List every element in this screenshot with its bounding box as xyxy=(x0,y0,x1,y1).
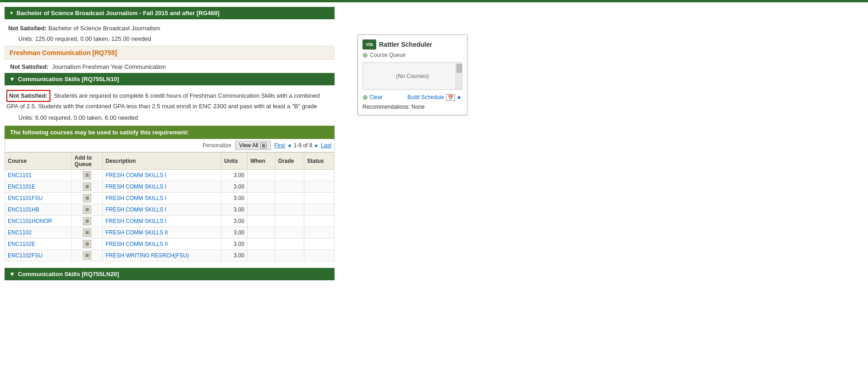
course-link[interactable]: ENC1101HONOR xyxy=(8,218,52,224)
cell-when xyxy=(247,227,275,239)
table-row: ENC1101HB ⊞ FRESH COMM SKILLS I 3.00 xyxy=(5,204,335,216)
cell-description: FRESH COMM SKILLS I xyxy=(103,216,221,227)
recommendations-value: None xyxy=(412,104,425,110)
cell-course: ENC1101FSU xyxy=(5,193,72,204)
view-all-button[interactable]: View All ⊞ xyxy=(235,141,271,150)
no-courses-text: (No Courses) xyxy=(396,73,429,79)
cell-description: FRESH COMM SKILLS I xyxy=(103,181,221,193)
recommendations-line: Recommendations: None xyxy=(363,104,462,110)
cell-course: ENC1101E xyxy=(5,181,72,193)
cell-units: 3.00 xyxy=(221,239,247,250)
cell-course: ENC1102FSU xyxy=(5,250,72,261)
last-button[interactable]: Last xyxy=(321,142,331,149)
recommendations-label: Recommendations: xyxy=(363,104,410,110)
next-icon[interactable]: ► xyxy=(314,143,319,148)
comm-skills-ln10-title: Communication Skills [RQ755LN10] xyxy=(18,76,119,83)
view-all-label: View All xyxy=(239,142,258,149)
collapse-icon[interactable]: ▼ xyxy=(9,11,14,16)
course-link[interactable]: ENC1101E xyxy=(8,183,35,190)
description-link[interactable]: FRESH WRITING RESRCH(FSU) xyxy=(105,252,189,259)
cell-grade xyxy=(275,181,304,193)
course-link[interactable]: ENC1102 xyxy=(8,229,32,236)
description-link[interactable]: FRESH COMM SKILLS I xyxy=(105,183,166,190)
cell-description: FRESH COMM SKILLS II xyxy=(103,227,221,239)
description-link[interactable]: FRESH COMM SKILLS II xyxy=(105,229,168,236)
course-link[interactable]: ENC1102FSU xyxy=(8,252,43,259)
col-when: When xyxy=(247,153,275,170)
cell-when xyxy=(247,239,275,250)
cell-add-queue: ⊞ xyxy=(71,239,103,250)
cell-grade xyxy=(275,216,304,227)
description-link[interactable]: FRESH COMM SKILLS I xyxy=(105,206,166,213)
cell-description: FRESH COMM SKILLS I xyxy=(103,170,221,181)
cell-grade xyxy=(275,204,304,216)
freshman-comm-title: Freshman Communication [RQ755] xyxy=(10,49,330,56)
degree-not-satisfied-label: Not Satisfied: xyxy=(8,25,47,32)
courses-header-bar: The following courses may be used to sat… xyxy=(5,126,335,139)
cell-grade xyxy=(275,250,304,261)
description-link[interactable]: FRESH COMM SKILLS II xyxy=(105,241,168,247)
cell-course: ENC1102 xyxy=(5,227,72,239)
cell-add-queue: ⊞ xyxy=(71,204,103,216)
table-toolbar: Personalize View All ⊞ First ◄ 1-8 of 8 … xyxy=(5,139,335,152)
table-row: ENC1102FSU ⊞ FRESH WRITING RESRCH(FSU) 3… xyxy=(5,250,335,261)
requirement-section: Not Satisfied: Students are required to … xyxy=(6,90,333,111)
cell-status xyxy=(304,181,335,193)
cell-description: FRESH COMM SKILLS I xyxy=(103,193,221,204)
last-label: Last xyxy=(321,142,331,149)
col-course: Course xyxy=(5,153,72,170)
first-label: First xyxy=(275,142,285,149)
scheduler-header: VSb Rattler Scheduler xyxy=(363,39,462,50)
cell-status xyxy=(304,204,335,216)
cell-status xyxy=(304,170,335,181)
prev-icon[interactable]: ◄ xyxy=(287,143,292,148)
description-link[interactable]: FRESH COMM SKILLS I xyxy=(105,172,166,178)
course-link[interactable]: ENC1101HB xyxy=(8,206,39,213)
cell-description: FRESH WRITING RESRCH(FSU) xyxy=(103,250,221,261)
clear-button[interactable]: ⊛ Clear xyxy=(363,94,383,101)
build-schedule-button[interactable]: Build Schedule 📅 ► xyxy=(407,94,462,101)
course-link[interactable]: ENC1102E xyxy=(8,241,35,247)
cell-description: FRESH COMM SKILLS II xyxy=(103,239,221,250)
add-to-queue-icon[interactable]: ⊞ xyxy=(83,251,91,260)
description-link[interactable]: FRESH COMM SKILLS I xyxy=(105,218,166,224)
course-link[interactable]: ENC1101 xyxy=(8,172,32,178)
cell-course: ENC1102E xyxy=(5,239,72,250)
requirement-description: Students are required to complete 6 cred… xyxy=(6,92,320,110)
add-to-queue-icon[interactable]: ⊞ xyxy=(83,240,91,248)
cell-units: 3.00 xyxy=(221,250,247,261)
course-link[interactable]: ENC1101FSU xyxy=(8,195,43,201)
cell-when xyxy=(247,193,275,204)
cell-units: 3.00 xyxy=(221,181,247,193)
comm-skills-ln20-collapse-icon[interactable]: ▼ xyxy=(9,271,15,278)
table-row: ENC1101FSU ⊞ FRESH COMM SKILLS I 3.00 xyxy=(5,193,335,204)
cell-description: FRESH COMM SKILLS I xyxy=(103,204,221,216)
table-row: ENC1101 ⊞ FRESH COMM SKILLS I 3.00 xyxy=(5,170,335,181)
cell-when xyxy=(247,170,275,181)
description-link[interactable]: FRESH COMM SKILLS I xyxy=(105,195,166,201)
cell-course: ENC1101HB xyxy=(5,204,72,216)
degree-header: ▼ Bachelor of Science Broadcast Journali… xyxy=(5,7,335,19)
pagination: First ◄ 1-8 of 8 ► Last xyxy=(275,142,332,149)
cell-when xyxy=(247,181,275,193)
cell-add-queue: ⊞ xyxy=(71,216,103,227)
cell-status xyxy=(304,239,335,250)
freshman-not-satisfied-row: Not Satisfied: Journalism Freshman Year … xyxy=(8,63,335,70)
view-all-icon: ⊞ xyxy=(260,143,267,149)
cell-status xyxy=(304,193,335,204)
add-to-queue-icon[interactable]: ⊞ xyxy=(83,217,91,225)
scheduler-actions: ⊛ Clear Build Schedule 📅 ► xyxy=(363,94,462,101)
scrollbar-thumb[interactable] xyxy=(456,64,462,73)
add-to-queue-icon[interactable]: ⊞ xyxy=(83,171,91,179)
add-to-queue-icon[interactable]: ⊞ xyxy=(83,194,91,202)
scheduler-title: Rattler Scheduler xyxy=(379,41,432,48)
sidebar: VSb Rattler Scheduler ⊛ Course Queue (No… xyxy=(357,34,467,387)
comm-skills-collapse-icon[interactable]: ▼ xyxy=(9,76,15,83)
first-button[interactable]: First xyxy=(275,142,285,149)
add-to-queue-icon[interactable]: ⊞ xyxy=(83,206,91,214)
cell-units: 3.00 xyxy=(221,170,247,181)
add-to-queue-icon[interactable]: ⊞ xyxy=(83,228,91,237)
degree-title: Bachelor of Science Broadcast Journalism… xyxy=(16,10,220,17)
cell-units: 3.00 xyxy=(221,216,247,227)
add-to-queue-icon[interactable]: ⊞ xyxy=(83,183,91,191)
